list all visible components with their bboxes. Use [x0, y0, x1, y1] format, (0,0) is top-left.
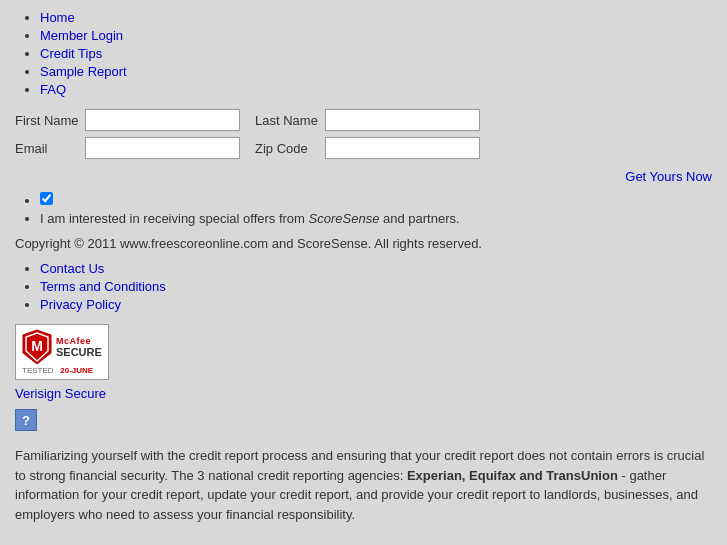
nav-list: Home Member Login Credit Tips Sample Rep… [15, 10, 712, 97]
nav-item-credit-tips[interactable]: Credit Tips [40, 46, 712, 61]
mcafee-secure-text: SECURE [56, 346, 102, 358]
description-paragraph: Familiarizing yourself with the credit r… [15, 446, 712, 524]
footer-link-list: Contact Us Terms and Conditions Privacy … [15, 261, 712, 312]
offer-section: I am interested in receiving special off… [15, 192, 712, 226]
verisign-link[interactable]: Verisign Secure [15, 386, 712, 401]
contact-us-link[interactable]: Contact Us [40, 261, 104, 276]
footer-links: Contact Us Terms and Conditions Privacy … [15, 261, 712, 312]
offer-brand: ScoreSense [309, 211, 380, 226]
nav-item-home[interactable]: Home [40, 10, 712, 25]
nav-item-sample-report[interactable]: Sample Report [40, 64, 712, 79]
mcafee-text: McAfee SECURE [56, 336, 102, 358]
mcafee-logo: M McAfee SECURE [22, 329, 102, 365]
nav-item-member-login[interactable]: Member Login [40, 28, 712, 43]
zip-code-label: Zip Code [255, 141, 325, 156]
checkbox-item [40, 192, 712, 208]
description-agencies: Experian, Equifax and TransUnion [407, 468, 618, 483]
navigation: Home Member Login Credit Tips Sample Rep… [15, 10, 712, 97]
nav-link-credit-tips[interactable]: Credit Tips [40, 46, 102, 61]
description-section: Familiarizing yourself with the credit r… [15, 446, 712, 524]
mcafee-shield-icon: M [22, 329, 52, 365]
first-name-input[interactable] [85, 109, 240, 131]
signup-form: First Name Last Name Email Zip Code [15, 109, 712, 159]
last-name-input[interactable] [325, 109, 480, 131]
email-zip-row: Email Zip Code [15, 137, 712, 159]
footer-item-terms[interactable]: Terms and Conditions [40, 279, 712, 294]
offer-checkbox[interactable] [40, 192, 53, 205]
nav-item-faq[interactable]: FAQ [40, 82, 712, 97]
copyright-text: Copyright © 2011 www.freescoreonline.com… [15, 236, 712, 251]
offer-text-item: I am interested in receiving special off… [40, 211, 712, 226]
offer-text-after: and partners. [379, 211, 459, 226]
mcafee-date: 20-JUNE [60, 366, 93, 375]
get-yours-now-link[interactable]: Get Yours Now [625, 169, 712, 184]
nav-link-member-login[interactable]: Member Login [40, 28, 123, 43]
question-icon[interactable]: ? [15, 409, 37, 431]
footer-item-contact[interactable]: Contact Us [40, 261, 712, 276]
privacy-link[interactable]: Privacy Policy [40, 297, 121, 312]
offer-list: I am interested in receiving special off… [15, 192, 712, 226]
mcafee-tested-row: TESTED 20-JUNE [22, 366, 102, 375]
terms-link[interactable]: Terms and Conditions [40, 279, 166, 294]
offer-text-before: I am interested in receiving special off… [40, 211, 309, 226]
offer-text: I am interested in receiving special off… [40, 211, 460, 226]
mcafee-badge: M McAfee SECURE TESTED 20-JUNE [15, 324, 109, 380]
footer-item-privacy[interactable]: Privacy Policy [40, 297, 712, 312]
nav-link-sample-report[interactable]: Sample Report [40, 64, 127, 79]
zip-code-input[interactable] [325, 137, 480, 159]
copyright: Copyright © 2011 www.freescoreonline.com… [15, 236, 712, 251]
verisign-section: Verisign Secure [15, 386, 712, 401]
get-yours-container: Get Yours Now [15, 169, 712, 184]
mcafee-brand-text: McAfee [56, 336, 102, 346]
first-name-label: First Name [15, 113, 85, 128]
email-label: Email [15, 141, 85, 156]
nav-link-faq[interactable]: FAQ [40, 82, 66, 97]
name-row: First Name Last Name [15, 109, 712, 131]
last-name-label: Last Name [255, 113, 325, 128]
mcafee-tested-label: TESTED [22, 366, 54, 375]
nav-link-home[interactable]: Home [40, 10, 75, 25]
email-input[interactable] [85, 137, 240, 159]
svg-text:M: M [31, 338, 43, 354]
